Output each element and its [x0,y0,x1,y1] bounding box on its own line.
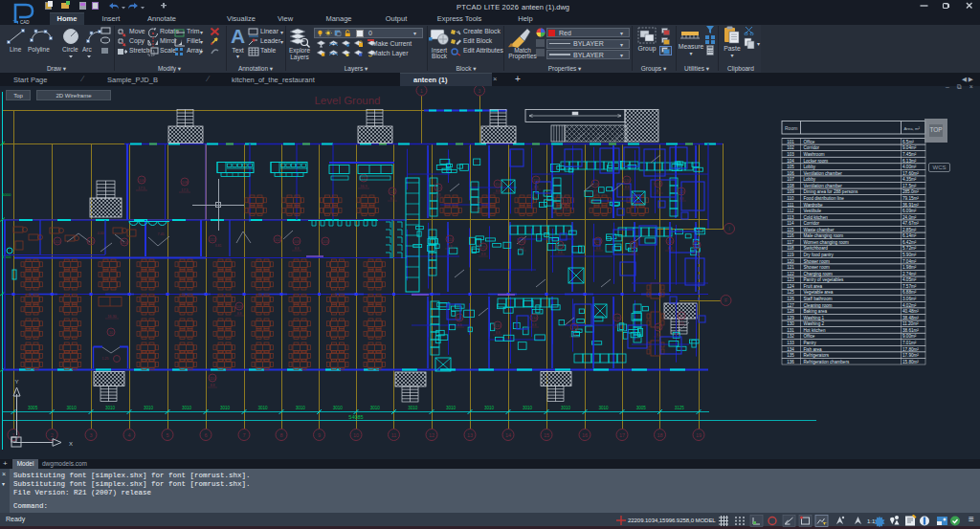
svg-text:6.14m²: 6.14m² [902,233,917,238]
svg-text:Fish area: Fish area [804,347,823,352]
svg-text:Office: Office [804,140,815,144]
svg-text:Shower room: Shower room [804,259,830,264]
svg-text:1:1: 1:1 [867,518,876,524]
svg-text:8.8: 8.8 [668,247,673,251]
svg-text:132: 132 [457,317,462,320]
svg-text:133: 133 [787,341,794,345]
svg-text:125: 125 [480,246,486,250]
svg-text:8.8: 8.8 [558,251,563,254]
svg-text:116: 116 [533,179,539,183]
svg-text:3010: 3010 [370,406,381,410]
svg-text:4.05m²: 4.05m² [902,277,917,282]
svg-text:104: 104 [122,240,128,245]
svg-text:122: 122 [656,183,661,187]
svg-text:132: 132 [787,334,794,339]
svg-text:118: 118 [787,246,794,251]
svg-text:106: 106 [787,171,794,176]
svg-text:Food distribution line: Food distribution line [804,196,845,201]
svg-text:8.8: 8.8 [532,323,537,327]
svg-text:I: I [728,226,729,231]
svg-text:3010: 3010 [446,406,457,410]
svg-text:Line: Line [10,46,22,53]
svg-text:110: 110 [787,196,794,201]
svg-text:16.30: 16.30 [107,315,117,319]
svg-text:7.45m²: 7.45m² [902,152,917,157]
svg-text:Washroom: Washroom [804,152,825,157]
svg-text:Refrigeration chambers: Refrigeration chambers [804,360,850,364]
svg-text:8.8: 8.8 [572,333,577,337]
svg-text:124: 124 [787,284,794,289]
svg-text:106: 106 [139,178,145,183]
svg-text:123: 123 [679,190,684,194]
svg-text:Baking area: Baking area [804,309,828,314]
svg-text:8.8: 8.8 [496,189,501,193]
svg-text:9.04m²: 9.04m² [902,145,917,150]
svg-text:111: 111 [788,203,794,208]
svg-text:8.8: 8.8 [657,333,661,337]
svg-text:8.8: 8.8 [448,245,453,249]
svg-text:Washing 2: Washing 2 [804,321,825,326]
svg-text:122: 122 [787,272,794,276]
svg-text:10: 10 [353,432,359,438]
svg-text:102: 102 [787,145,794,150]
svg-text:119: 119 [787,253,794,257]
svg-text:8.8: 8.8 [695,251,700,254]
svg-text:133: 133 [495,324,501,328]
svg-text:6.13m²: 6.13m² [902,159,917,164]
svg-text:Waste chamber: Waste chamber [804,228,835,232]
svg-text:6.42m²: 6.42m² [902,240,917,245]
svg-text:4.35m²: 4.35m² [902,177,917,182]
svg-text:124: 124 [447,238,453,242]
svg-text:112: 112 [210,237,216,242]
svg-text:24.0m²: 24.0m² [902,215,917,220]
svg-text:Lobby: Lobby [804,177,816,182]
svg-text:103: 103 [323,239,329,244]
svg-text:128: 128 [595,240,601,244]
svg-text:4: 4 [127,432,130,438]
svg-text:134: 134 [787,347,794,352]
svg-text:131: 131 [694,244,700,248]
svg-text:102: 102 [275,237,281,242]
svg-text:Vegetable area: Vegetable area [804,290,834,295]
svg-text:15.80m²: 15.80m² [902,360,919,364]
svg-text:Switchboard: Switchboard [804,246,829,251]
svg-text:3010: 3010 [144,406,154,410]
svg-text:123: 123 [787,277,794,282]
svg-text:Dining area for 288 persons: Dining area for 288 persons [804,189,858,194]
svg-text:126: 126 [519,240,524,244]
svg-text:6.88m²: 6.88m² [902,290,917,295]
svg-text:47.67m²: 47.67m² [902,221,919,226]
svg-text:135: 135 [571,326,577,330]
svg-text:8.8: 8.8 [390,197,395,201]
svg-text:8.8: 8.8 [593,189,598,193]
svg-text:10: 10 [109,331,113,335]
svg-text:3.06m²: 3.06m² [902,297,917,301]
svg-text:8.8: 8.8 [436,193,441,197]
svg-text:2: 2 [51,432,54,438]
svg-text:127: 127 [557,244,563,248]
svg-text:17.5: 17.5 [181,188,188,192]
svg-text:Pantry: Pantry [804,341,817,345]
svg-text:Pantry of vegetables: Pantry of vegetables [804,277,845,282]
svg-text:3010: 3010 [561,406,571,410]
svg-text:1.98m²: 1.98m² [902,265,917,270]
svg-text:109: 109 [294,240,300,244]
svg-text:Charging room: Charging room [804,272,834,276]
svg-text:7.57m²: 7.57m² [902,284,917,289]
svg-text:3010: 3010 [333,406,344,410]
svg-text:130: 130 [787,321,794,326]
svg-text:285.0m²: 285.0m² [902,189,919,194]
svg-text:5: 5 [166,432,168,438]
svg-text:120: 120 [787,259,794,264]
svg-text:8.8: 8.8 [237,312,242,316]
svg-text:17: 17 [619,432,625,438]
svg-text:8.8: 8.8 [679,197,684,201]
svg-text:8.8: 8.8 [481,253,486,256]
svg-text:Women changing room: Women changing room [804,240,850,245]
svg-text:Locker room: Locker room [804,159,829,164]
svg-text:36.91m²: 36.91m² [902,203,919,208]
svg-text:3010: 3010 [105,406,116,410]
svg-text:129: 129 [631,244,636,248]
svg-text:13: 13 [467,432,473,438]
svg-text:9.00m²: 9.00m² [902,334,917,339]
